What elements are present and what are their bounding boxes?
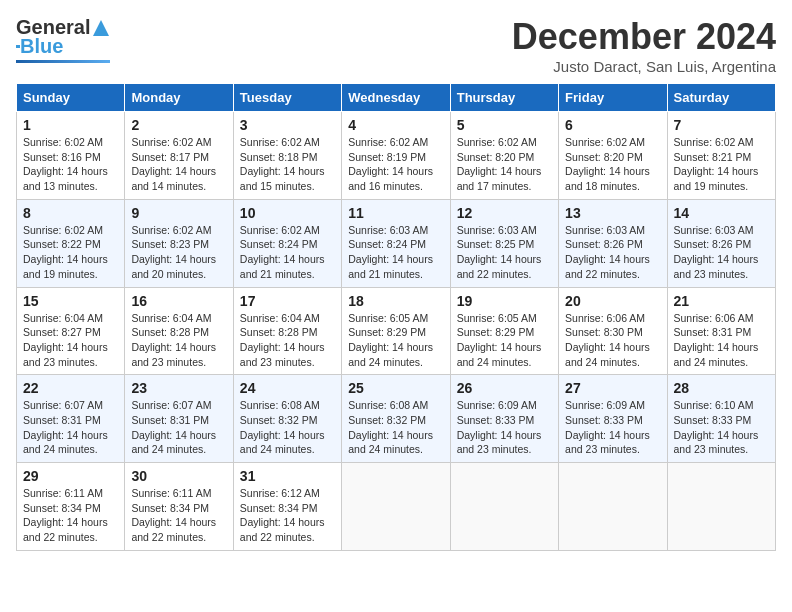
day-info: Sunrise: 6:02 AM Sunset: 8:22 PM Dayligh… bbox=[23, 223, 118, 282]
logo-text-blue: Blue bbox=[20, 35, 63, 58]
day-info: Sunrise: 6:09 AM Sunset: 8:33 PM Dayligh… bbox=[457, 398, 552, 457]
logo: General Blue bbox=[16, 16, 110, 63]
svg-marker-0 bbox=[93, 20, 109, 36]
calendar-cell bbox=[342, 463, 450, 551]
day-number: 4 bbox=[348, 117, 443, 133]
calendar-cell: 23Sunrise: 6:07 AM Sunset: 8:31 PM Dayli… bbox=[125, 375, 233, 463]
day-info: Sunrise: 6:06 AM Sunset: 8:31 PM Dayligh… bbox=[674, 311, 769, 370]
calendar-cell: 4Sunrise: 6:02 AM Sunset: 8:19 PM Daylig… bbox=[342, 112, 450, 200]
calendar-cell: 16Sunrise: 6:04 AM Sunset: 8:28 PM Dayli… bbox=[125, 287, 233, 375]
day-number: 31 bbox=[240, 468, 335, 484]
calendar-cell: 20Sunrise: 6:06 AM Sunset: 8:30 PM Dayli… bbox=[559, 287, 667, 375]
calendar-cell: 21Sunrise: 6:06 AM Sunset: 8:31 PM Dayli… bbox=[667, 287, 775, 375]
calendar-cell: 3Sunrise: 6:02 AM Sunset: 8:18 PM Daylig… bbox=[233, 112, 341, 200]
calendar-cell: 18Sunrise: 6:05 AM Sunset: 8:29 PM Dayli… bbox=[342, 287, 450, 375]
day-number: 27 bbox=[565, 380, 660, 396]
day-number: 18 bbox=[348, 293, 443, 309]
day-info: Sunrise: 6:10 AM Sunset: 8:33 PM Dayligh… bbox=[674, 398, 769, 457]
day-number: 12 bbox=[457, 205, 552, 221]
day-info: Sunrise: 6:04 AM Sunset: 8:28 PM Dayligh… bbox=[240, 311, 335, 370]
calendar-week-row: 22Sunrise: 6:07 AM Sunset: 8:31 PM Dayli… bbox=[17, 375, 776, 463]
day-number: 14 bbox=[674, 205, 769, 221]
day-number: 15 bbox=[23, 293, 118, 309]
day-info: Sunrise: 6:07 AM Sunset: 8:31 PM Dayligh… bbox=[23, 398, 118, 457]
calendar-cell: 9Sunrise: 6:02 AM Sunset: 8:23 PM Daylig… bbox=[125, 199, 233, 287]
day-number: 8 bbox=[23, 205, 118, 221]
weekday-header-thursday: Thursday bbox=[450, 84, 558, 112]
calendar-cell: 11Sunrise: 6:03 AM Sunset: 8:24 PM Dayli… bbox=[342, 199, 450, 287]
day-number: 19 bbox=[457, 293, 552, 309]
page-header: General Blue December 2024 Justo Daract,… bbox=[16, 16, 776, 75]
calendar-week-row: 15Sunrise: 6:04 AM Sunset: 8:27 PM Dayli… bbox=[17, 287, 776, 375]
day-info: Sunrise: 6:12 AM Sunset: 8:34 PM Dayligh… bbox=[240, 486, 335, 545]
day-number: 1 bbox=[23, 117, 118, 133]
month-title: December 2024 bbox=[512, 16, 776, 58]
day-info: Sunrise: 6:05 AM Sunset: 8:29 PM Dayligh… bbox=[348, 311, 443, 370]
day-number: 10 bbox=[240, 205, 335, 221]
day-number: 21 bbox=[674, 293, 769, 309]
calendar-week-row: 8Sunrise: 6:02 AM Sunset: 8:22 PM Daylig… bbox=[17, 199, 776, 287]
weekday-header-monday: Monday bbox=[125, 84, 233, 112]
calendar-cell: 6Sunrise: 6:02 AM Sunset: 8:20 PM Daylig… bbox=[559, 112, 667, 200]
day-number: 26 bbox=[457, 380, 552, 396]
weekday-header-saturday: Saturday bbox=[667, 84, 775, 112]
day-number: 9 bbox=[131, 205, 226, 221]
calendar-cell bbox=[559, 463, 667, 551]
calendar-cell: 29Sunrise: 6:11 AM Sunset: 8:34 PM Dayli… bbox=[17, 463, 125, 551]
calendar-week-row: 1Sunrise: 6:02 AM Sunset: 8:16 PM Daylig… bbox=[17, 112, 776, 200]
calendar-cell: 8Sunrise: 6:02 AM Sunset: 8:22 PM Daylig… bbox=[17, 199, 125, 287]
day-number: 6 bbox=[565, 117, 660, 133]
day-info: Sunrise: 6:05 AM Sunset: 8:29 PM Dayligh… bbox=[457, 311, 552, 370]
calendar-cell: 25Sunrise: 6:08 AM Sunset: 8:32 PM Dayli… bbox=[342, 375, 450, 463]
day-info: Sunrise: 6:02 AM Sunset: 8:17 PM Dayligh… bbox=[131, 135, 226, 194]
calendar-cell: 28Sunrise: 6:10 AM Sunset: 8:33 PM Dayli… bbox=[667, 375, 775, 463]
calendar-cell bbox=[667, 463, 775, 551]
day-info: Sunrise: 6:08 AM Sunset: 8:32 PM Dayligh… bbox=[240, 398, 335, 457]
calendar-cell: 1Sunrise: 6:02 AM Sunset: 8:16 PM Daylig… bbox=[17, 112, 125, 200]
logo-underline bbox=[16, 60, 110, 63]
weekday-header-sunday: Sunday bbox=[17, 84, 125, 112]
weekday-header-tuesday: Tuesday bbox=[233, 84, 341, 112]
calendar-cell: 27Sunrise: 6:09 AM Sunset: 8:33 PM Dayli… bbox=[559, 375, 667, 463]
day-info: Sunrise: 6:02 AM Sunset: 8:23 PM Dayligh… bbox=[131, 223, 226, 282]
day-info: Sunrise: 6:02 AM Sunset: 8:21 PM Dayligh… bbox=[674, 135, 769, 194]
calendar-cell: 7Sunrise: 6:02 AM Sunset: 8:21 PM Daylig… bbox=[667, 112, 775, 200]
day-info: Sunrise: 6:02 AM Sunset: 8:18 PM Dayligh… bbox=[240, 135, 335, 194]
day-info: Sunrise: 6:04 AM Sunset: 8:28 PM Dayligh… bbox=[131, 311, 226, 370]
calendar-cell: 22Sunrise: 6:07 AM Sunset: 8:31 PM Dayli… bbox=[17, 375, 125, 463]
day-number: 22 bbox=[23, 380, 118, 396]
day-number: 5 bbox=[457, 117, 552, 133]
day-info: Sunrise: 6:02 AM Sunset: 8:16 PM Dayligh… bbox=[23, 135, 118, 194]
day-number: 29 bbox=[23, 468, 118, 484]
calendar-cell: 10Sunrise: 6:02 AM Sunset: 8:24 PM Dayli… bbox=[233, 199, 341, 287]
day-info: Sunrise: 6:06 AM Sunset: 8:30 PM Dayligh… bbox=[565, 311, 660, 370]
day-info: Sunrise: 6:02 AM Sunset: 8:24 PM Dayligh… bbox=[240, 223, 335, 282]
calendar-week-row: 29Sunrise: 6:11 AM Sunset: 8:34 PM Dayli… bbox=[17, 463, 776, 551]
day-info: Sunrise: 6:09 AM Sunset: 8:33 PM Dayligh… bbox=[565, 398, 660, 457]
weekday-header-friday: Friday bbox=[559, 84, 667, 112]
day-number: 28 bbox=[674, 380, 769, 396]
day-info: Sunrise: 6:02 AM Sunset: 8:19 PM Dayligh… bbox=[348, 135, 443, 194]
day-info: Sunrise: 6:02 AM Sunset: 8:20 PM Dayligh… bbox=[565, 135, 660, 194]
day-number: 25 bbox=[348, 380, 443, 396]
calendar-cell: 26Sunrise: 6:09 AM Sunset: 8:33 PM Dayli… bbox=[450, 375, 558, 463]
day-number: 7 bbox=[674, 117, 769, 133]
day-number: 11 bbox=[348, 205, 443, 221]
day-number: 30 bbox=[131, 468, 226, 484]
day-info: Sunrise: 6:03 AM Sunset: 8:26 PM Dayligh… bbox=[565, 223, 660, 282]
calendar-cell: 14Sunrise: 6:03 AM Sunset: 8:26 PM Dayli… bbox=[667, 199, 775, 287]
day-number: 16 bbox=[131, 293, 226, 309]
day-number: 3 bbox=[240, 117, 335, 133]
day-number: 20 bbox=[565, 293, 660, 309]
weekday-header-wednesday: Wednesday bbox=[342, 84, 450, 112]
calendar-header-row: SundayMondayTuesdayWednesdayThursdayFrid… bbox=[17, 84, 776, 112]
day-info: Sunrise: 6:03 AM Sunset: 8:24 PM Dayligh… bbox=[348, 223, 443, 282]
title-block: December 2024 Justo Daract, San Luis, Ar… bbox=[512, 16, 776, 75]
day-info: Sunrise: 6:07 AM Sunset: 8:31 PM Dayligh… bbox=[131, 398, 226, 457]
calendar-cell: 19Sunrise: 6:05 AM Sunset: 8:29 PM Dayli… bbox=[450, 287, 558, 375]
day-info: Sunrise: 6:11 AM Sunset: 8:34 PM Dayligh… bbox=[23, 486, 118, 545]
day-info: Sunrise: 6:03 AM Sunset: 8:25 PM Dayligh… bbox=[457, 223, 552, 282]
day-number: 13 bbox=[565, 205, 660, 221]
calendar-cell: 30Sunrise: 6:11 AM Sunset: 8:34 PM Dayli… bbox=[125, 463, 233, 551]
location-subtitle: Justo Daract, San Luis, Argentina bbox=[512, 58, 776, 75]
